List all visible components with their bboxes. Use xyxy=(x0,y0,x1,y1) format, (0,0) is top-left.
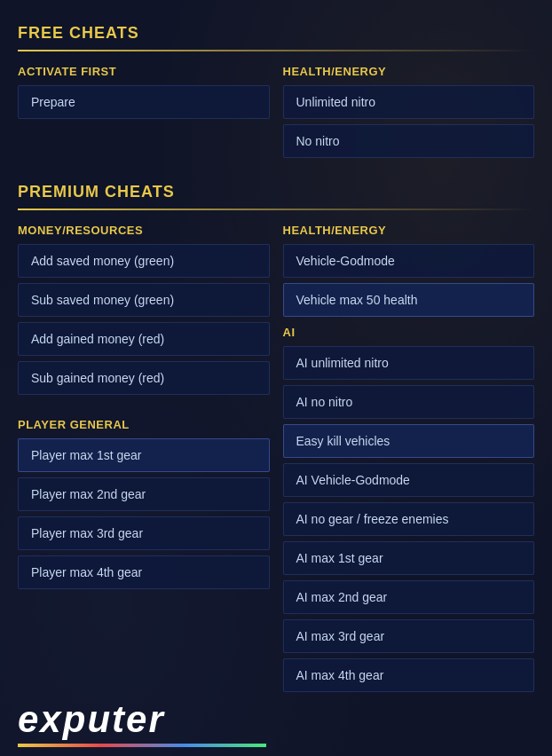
activate-first-col: ACTIVATE FIRST Prepare xyxy=(18,65,270,163)
cheat-vehicle-godmode[interactable]: Vehicle-Godmode xyxy=(283,244,535,278)
logo-underline xyxy=(18,744,266,747)
cheat-ai-unlimited-nitro[interactable]: AI unlimited nitro xyxy=(283,346,535,380)
cheat-ai-max-2nd[interactable]: AI max 2nd gear xyxy=(283,580,535,614)
free-cheats-divider xyxy=(18,50,534,51)
cheat-easy-kill-vehicles[interactable]: Easy kill vehicles xyxy=(283,424,535,458)
cheat-player-max-4th[interactable]: Player max 4th gear xyxy=(18,555,270,589)
cheat-ai-no-nitro[interactable]: AI no nitro xyxy=(283,385,535,419)
spacer xyxy=(18,400,270,418)
premium-cheats-columns: MONEY/RESOURCES Add saved money (green) … xyxy=(18,224,534,697)
free-cheats-columns: ACTIVATE FIRST Prepare HEALTH/ENERGY Unl… xyxy=(18,65,534,163)
cheat-ai-max-3rd[interactable]: AI max 3rd gear xyxy=(283,619,535,653)
cheat-ai-no-gear[interactable]: AI no gear / freeze enemies xyxy=(283,502,535,536)
logo-ex: exp xyxy=(18,698,87,740)
cheat-add-gained-red[interactable]: Add gained money (red) xyxy=(18,322,270,356)
cheat-no-nitro[interactable]: No nitro xyxy=(283,124,535,158)
money-resources-label: MONEY/RESOURCES xyxy=(18,224,270,237)
free-health-energy-col: HEALTH/ENERGY Unlimited nitro No nitro xyxy=(283,65,535,163)
cheat-unlimited-nitro[interactable]: Unlimited nitro xyxy=(283,85,535,119)
cheat-ai-max-4th[interactable]: AI max 4th gear xyxy=(283,658,535,692)
cheat-ai-max-1st[interactable]: AI max 1st gear xyxy=(283,541,535,575)
free-cheats-section: FREE CHEATS ACTIVATE FIRST Prepare HEALT… xyxy=(18,13,534,163)
logo-ter: ter xyxy=(112,698,165,740)
right-premium-col: HEALTH/ENERGY Vehicle-Godmode Vehicle ma… xyxy=(283,224,535,697)
cheat-prepare[interactable]: Prepare xyxy=(18,85,270,119)
cheat-player-max-3rd[interactable]: Player max 3rd gear xyxy=(18,516,270,550)
logo-area: exputer xyxy=(0,689,284,756)
cheat-sub-gained-red[interactable]: Sub gained money (red) xyxy=(18,361,270,395)
cheat-sub-saved-green[interactable]: Sub saved money (green) xyxy=(18,283,270,317)
logo-text: exputer xyxy=(18,698,266,741)
cheat-ai-vehicle-godmode[interactable]: AI Vehicle-Godmode xyxy=(283,463,535,497)
cheat-vehicle-max-50[interactable]: Vehicle max 50 health xyxy=(283,283,535,317)
premium-cheats-section: PREMIUM CHEATS MONEY/RESOURCES Add saved… xyxy=(18,172,534,697)
cheat-player-max-2nd[interactable]: Player max 2nd gear xyxy=(18,477,270,511)
cheat-add-saved-green[interactable]: Add saved money (green) xyxy=(18,244,270,278)
free-cheats-title: FREE CHEATS xyxy=(18,13,534,50)
activate-first-label: ACTIVATE FIRST xyxy=(18,65,270,78)
free-health-label: HEALTH/ENERGY xyxy=(283,65,535,78)
cheat-player-max-1st[interactable]: Player max 1st gear xyxy=(18,438,270,472)
player-general-label: PLAYER GENERAL xyxy=(18,418,270,431)
premium-cheats-divider xyxy=(18,209,534,210)
premium-cheats-title: PREMIUM CHEATS xyxy=(18,172,534,209)
left-premium-col: MONEY/RESOURCES Add saved money (green) … xyxy=(18,224,270,697)
premium-health-label: HEALTH/ENERGY xyxy=(283,224,535,237)
ai-label: AI xyxy=(283,326,535,339)
logo-pu: u xyxy=(87,698,112,740)
